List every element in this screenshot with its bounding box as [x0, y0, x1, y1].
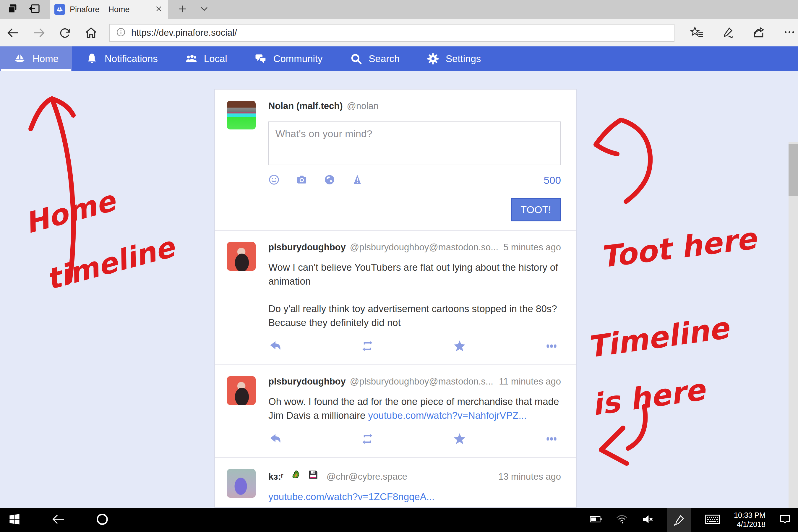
- page-content: Nolan (malf.tech) @nolan: [0, 71, 798, 508]
- toot: kз:ʳ @chr@cybre.space 13 minutes ago you…: [215, 458, 576, 508]
- sailboat-icon: [14, 53, 26, 65]
- set-aside-tabs-icon[interactable]: [6, 3, 18, 16]
- toot-handle[interactable]: @plsburydoughboy@mastodon.so...: [350, 242, 498, 253]
- star-icon[interactable]: [453, 432, 466, 446]
- wifi-icon[interactable]: [616, 514, 628, 526]
- toot-link[interactable]: youtube.com/watch?v=1ZCF8ngqeA...: [268, 491, 435, 502]
- nav-tab-home[interactable]: Home: [0, 46, 72, 71]
- toot-link[interactable]: youtube.com/watch?v=NahfojrVPZ...: [368, 410, 527, 421]
- toot-timestamp[interactable]: 11 minutes ago: [499, 376, 561, 387]
- touch-keyboard-icon[interactable]: [705, 514, 720, 526]
- toot-button[interactable]: TOOT!: [511, 198, 561, 221]
- site-info-icon[interactable]: [116, 27, 126, 38]
- action-center-icon[interactable]: [779, 513, 791, 526]
- windows-taskbar: 10:33 PM 4/1/2018: [0, 508, 798, 532]
- nav-label: Notifications: [104, 53, 158, 64]
- refresh-icon[interactable]: [52, 26, 78, 39]
- nav-tab-community[interactable]: Community: [241, 46, 336, 71]
- nav-label: Settings: [446, 53, 481, 64]
- content-warning-icon[interactable]: [352, 174, 363, 187]
- nav-tab-search[interactable]: Search: [336, 46, 414, 71]
- taskbar-back-icon[interactable]: [52, 513, 65, 527]
- avatar[interactable]: [227, 101, 256, 130]
- compose-display-name: Nolan (malf.tech): [268, 101, 343, 111]
- pinafore-nav: Home Notifications Local Community Searc…: [0, 46, 798, 71]
- browser-tab-bar: Pinafore – Home: [0, 0, 798, 19]
- scrollbar-thumb[interactable]: [788, 144, 798, 196]
- nav-tab-settings[interactable]: Settings: [413, 46, 494, 71]
- cortana-icon[interactable]: [96, 513, 109, 527]
- pinafore-favicon-sailboat-icon: [54, 4, 65, 15]
- start-button-icon[interactable]: [8, 513, 21, 527]
- toot: plsburydoughboy @plsburydoughboy@mastodo…: [215, 365, 576, 457]
- web-note-icon[interactable]: [721, 26, 735, 40]
- browser-toolbar: https://dev.pinafore.social/: [0, 19, 798, 46]
- taskbar-clock[interactable]: 10:33 PM 4/1/2018: [734, 511, 765, 529]
- show-set-aside-tabs-icon[interactable]: [28, 3, 41, 16]
- nav-label: Search: [369, 53, 400, 64]
- clock-date: 4/1/2018: [734, 520, 765, 529]
- toot-username[interactable]: kз:ʳ: [268, 471, 283, 482]
- toot-content: Oh wow. I found the ad for the one piece…: [268, 395, 561, 422]
- new-tab-icon[interactable]: [178, 4, 187, 15]
- floppy-disk-emoji-icon: [308, 470, 319, 480]
- browser-tab[interactable]: Pinafore – Home: [50, 0, 168, 19]
- chat-bubbles-icon: [254, 53, 267, 65]
- toot: plsburydoughboy @plsburydoughboy@mastodo…: [215, 231, 576, 364]
- scrollbar[interactable]: [788, 142, 798, 508]
- battery-icon[interactable]: [590, 515, 602, 525]
- tab-title: Pinafore – Home: [70, 5, 148, 14]
- bell-icon: [86, 53, 98, 65]
- search-icon: [350, 53, 362, 65]
- tabs-dropdown-icon[interactable]: [200, 4, 209, 15]
- nav-label: Home: [33, 53, 58, 64]
- home-icon[interactable]: [78, 26, 104, 40]
- settings-more-icon[interactable]: [783, 26, 796, 40]
- boost-icon[interactable]: [361, 432, 374, 446]
- url-text[interactable]: https://dev.pinafore.social/: [131, 27, 237, 38]
- boost-icon[interactable]: [361, 340, 374, 354]
- toot-handle[interactable]: @chr@cybre.space: [327, 471, 407, 482]
- nav-tab-local[interactable]: Local: [171, 46, 241, 71]
- clock-time: 10:33 PM: [734, 511, 765, 520]
- camera-icon[interactable]: [296, 174, 307, 187]
- forward-icon[interactable]: [26, 26, 52, 40]
- toot-handle[interactable]: @plsburydoughboy@mastodon.s...: [350, 376, 493, 387]
- favorites-hub-icon[interactable]: [690, 26, 704, 40]
- volume-muted-icon[interactable]: [642, 514, 653, 526]
- compose-input[interactable]: [268, 121, 561, 165]
- avatar[interactable]: [227, 376, 256, 405]
- globe-icon[interactable]: [324, 174, 335, 187]
- timeline-card: Nolan (malf.tech) @nolan: [214, 89, 577, 508]
- toot-username[interactable]: plsburydoughboy: [268, 242, 346, 253]
- more-options-icon[interactable]: [545, 432, 558, 446]
- toot-content: youtube.com/watch?v=1ZCF8ngqeA...: [268, 490, 561, 504]
- nav-tab-notifications[interactable]: Notifications: [72, 46, 171, 71]
- toot-timestamp[interactable]: 13 minutes ago: [498, 471, 561, 482]
- nav-label: Community: [273, 53, 323, 64]
- tab-close-icon[interactable]: [155, 5, 163, 14]
- star-icon[interactable]: [453, 340, 466, 354]
- reply-icon[interactable]: [269, 340, 282, 354]
- toot-content: Wow I can't believe YouTubers are flat o…: [268, 260, 561, 329]
- reply-icon[interactable]: [269, 432, 282, 446]
- toot-timestamp[interactable]: 5 minutes ago: [504, 242, 561, 253]
- compose-handle: @nolan: [347, 101, 378, 111]
- nav-label: Local: [204, 53, 227, 64]
- compose-box: Nolan (malf.tech) @nolan: [215, 90, 576, 230]
- avatar[interactable]: [227, 242, 256, 271]
- emoji-icon[interactable]: [268, 174, 280, 187]
- toot-username[interactable]: plsburydoughboy: [268, 376, 346, 387]
- share-icon[interactable]: [752, 26, 765, 40]
- dragon-emoji-icon: [290, 469, 301, 480]
- windows-ink-pen-icon[interactable]: [667, 508, 691, 532]
- people-icon: [185, 53, 197, 65]
- gear-icon: [427, 53, 439, 65]
- avatar[interactable]: [227, 469, 256, 498]
- char-counter: 500: [544, 174, 561, 186]
- back-icon[interactable]: [0, 26, 26, 40]
- address-bar[interactable]: https://dev.pinafore.social/: [109, 24, 674, 42]
- more-options-icon[interactable]: [545, 340, 558, 354]
